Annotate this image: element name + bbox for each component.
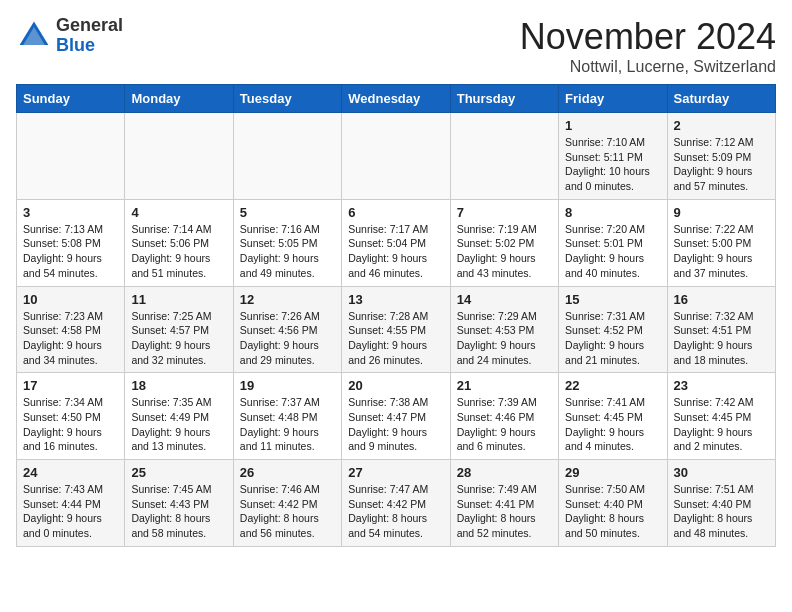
calendar-cell: 10Sunrise: 7:23 AM Sunset: 4:58 PM Dayli… bbox=[17, 286, 125, 373]
day-info: Sunrise: 7:37 AM Sunset: 4:48 PM Dayligh… bbox=[240, 395, 335, 454]
day-info: Sunrise: 7:25 AM Sunset: 4:57 PM Dayligh… bbox=[131, 309, 226, 368]
day-number: 7 bbox=[457, 205, 552, 220]
month-title: November 2024 bbox=[520, 16, 776, 58]
calendar-week-row: 1Sunrise: 7:10 AM Sunset: 5:11 PM Daylig… bbox=[17, 113, 776, 200]
day-info: Sunrise: 7:14 AM Sunset: 5:06 PM Dayligh… bbox=[131, 222, 226, 281]
day-number: 17 bbox=[23, 378, 118, 393]
day-info: Sunrise: 7:26 AM Sunset: 4:56 PM Dayligh… bbox=[240, 309, 335, 368]
calendar-cell: 11Sunrise: 7:25 AM Sunset: 4:57 PM Dayli… bbox=[125, 286, 233, 373]
day-info: Sunrise: 7:35 AM Sunset: 4:49 PM Dayligh… bbox=[131, 395, 226, 454]
day-number: 25 bbox=[131, 465, 226, 480]
calendar-cell: 12Sunrise: 7:26 AM Sunset: 4:56 PM Dayli… bbox=[233, 286, 341, 373]
calendar-cell: 14Sunrise: 7:29 AM Sunset: 4:53 PM Dayli… bbox=[450, 286, 558, 373]
day-info: Sunrise: 7:41 AM Sunset: 4:45 PM Dayligh… bbox=[565, 395, 660, 454]
day-number: 24 bbox=[23, 465, 118, 480]
day-info: Sunrise: 7:20 AM Sunset: 5:01 PM Dayligh… bbox=[565, 222, 660, 281]
day-number: 10 bbox=[23, 292, 118, 307]
calendar-cell: 26Sunrise: 7:46 AM Sunset: 4:42 PM Dayli… bbox=[233, 460, 341, 547]
calendar-header-row: SundayMondayTuesdayWednesdayThursdayFrid… bbox=[17, 85, 776, 113]
day-info: Sunrise: 7:10 AM Sunset: 5:11 PM Dayligh… bbox=[565, 135, 660, 194]
day-number: 21 bbox=[457, 378, 552, 393]
calendar-week-row: 10Sunrise: 7:23 AM Sunset: 4:58 PM Dayli… bbox=[17, 286, 776, 373]
day-info: Sunrise: 7:42 AM Sunset: 4:45 PM Dayligh… bbox=[674, 395, 769, 454]
calendar-table: SundayMondayTuesdayWednesdayThursdayFrid… bbox=[16, 84, 776, 547]
day-of-week-header: Sunday bbox=[17, 85, 125, 113]
day-number: 23 bbox=[674, 378, 769, 393]
calendar-cell: 28Sunrise: 7:49 AM Sunset: 4:41 PM Dayli… bbox=[450, 460, 558, 547]
calendar-cell bbox=[125, 113, 233, 200]
day-number: 8 bbox=[565, 205, 660, 220]
day-info: Sunrise: 7:47 AM Sunset: 4:42 PM Dayligh… bbox=[348, 482, 443, 541]
day-info: Sunrise: 7:34 AM Sunset: 4:50 PM Dayligh… bbox=[23, 395, 118, 454]
calendar-cell: 3Sunrise: 7:13 AM Sunset: 5:08 PM Daylig… bbox=[17, 199, 125, 286]
day-info: Sunrise: 7:38 AM Sunset: 4:47 PM Dayligh… bbox=[348, 395, 443, 454]
calendar-cell bbox=[342, 113, 450, 200]
day-info: Sunrise: 7:29 AM Sunset: 4:53 PM Dayligh… bbox=[457, 309, 552, 368]
day-info: Sunrise: 7:46 AM Sunset: 4:42 PM Dayligh… bbox=[240, 482, 335, 541]
calendar-cell: 1Sunrise: 7:10 AM Sunset: 5:11 PM Daylig… bbox=[559, 113, 667, 200]
calendar-cell: 15Sunrise: 7:31 AM Sunset: 4:52 PM Dayli… bbox=[559, 286, 667, 373]
day-info: Sunrise: 7:16 AM Sunset: 5:05 PM Dayligh… bbox=[240, 222, 335, 281]
calendar-cell: 4Sunrise: 7:14 AM Sunset: 5:06 PM Daylig… bbox=[125, 199, 233, 286]
day-info: Sunrise: 7:51 AM Sunset: 4:40 PM Dayligh… bbox=[674, 482, 769, 541]
calendar-cell: 25Sunrise: 7:45 AM Sunset: 4:43 PM Dayli… bbox=[125, 460, 233, 547]
day-number: 22 bbox=[565, 378, 660, 393]
day-number: 28 bbox=[457, 465, 552, 480]
day-of-week-header: Friday bbox=[559, 85, 667, 113]
day-of-week-header: Monday bbox=[125, 85, 233, 113]
day-number: 13 bbox=[348, 292, 443, 307]
title-block: November 2024 Nottwil, Lucerne, Switzerl… bbox=[520, 16, 776, 76]
day-number: 12 bbox=[240, 292, 335, 307]
calendar-week-row: 17Sunrise: 7:34 AM Sunset: 4:50 PM Dayli… bbox=[17, 373, 776, 460]
day-number: 20 bbox=[348, 378, 443, 393]
day-info: Sunrise: 7:39 AM Sunset: 4:46 PM Dayligh… bbox=[457, 395, 552, 454]
calendar-week-row: 24Sunrise: 7:43 AM Sunset: 4:44 PM Dayli… bbox=[17, 460, 776, 547]
calendar-cell: 22Sunrise: 7:41 AM Sunset: 4:45 PM Dayli… bbox=[559, 373, 667, 460]
calendar-cell: 27Sunrise: 7:47 AM Sunset: 4:42 PM Dayli… bbox=[342, 460, 450, 547]
logo-icon bbox=[16, 18, 52, 54]
day-info: Sunrise: 7:28 AM Sunset: 4:55 PM Dayligh… bbox=[348, 309, 443, 368]
calendar-cell: 13Sunrise: 7:28 AM Sunset: 4:55 PM Dayli… bbox=[342, 286, 450, 373]
day-info: Sunrise: 7:13 AM Sunset: 5:08 PM Dayligh… bbox=[23, 222, 118, 281]
day-of-week-header: Saturday bbox=[667, 85, 775, 113]
day-info: Sunrise: 7:23 AM Sunset: 4:58 PM Dayligh… bbox=[23, 309, 118, 368]
day-info: Sunrise: 7:19 AM Sunset: 5:02 PM Dayligh… bbox=[457, 222, 552, 281]
calendar-cell: 24Sunrise: 7:43 AM Sunset: 4:44 PM Dayli… bbox=[17, 460, 125, 547]
calendar-cell: 29Sunrise: 7:50 AM Sunset: 4:40 PM Dayli… bbox=[559, 460, 667, 547]
day-number: 26 bbox=[240, 465, 335, 480]
day-number: 5 bbox=[240, 205, 335, 220]
calendar-cell: 21Sunrise: 7:39 AM Sunset: 4:46 PM Dayli… bbox=[450, 373, 558, 460]
calendar-cell: 7Sunrise: 7:19 AM Sunset: 5:02 PM Daylig… bbox=[450, 199, 558, 286]
day-number: 19 bbox=[240, 378, 335, 393]
logo-text: General Blue bbox=[56, 16, 123, 56]
page-header: General Blue November 2024 Nottwil, Luce… bbox=[16, 16, 776, 76]
day-number: 30 bbox=[674, 465, 769, 480]
calendar-cell: 18Sunrise: 7:35 AM Sunset: 4:49 PM Dayli… bbox=[125, 373, 233, 460]
calendar-cell bbox=[17, 113, 125, 200]
day-info: Sunrise: 7:17 AM Sunset: 5:04 PM Dayligh… bbox=[348, 222, 443, 281]
logo: General Blue bbox=[16, 16, 123, 56]
day-info: Sunrise: 7:50 AM Sunset: 4:40 PM Dayligh… bbox=[565, 482, 660, 541]
day-number: 29 bbox=[565, 465, 660, 480]
day-number: 4 bbox=[131, 205, 226, 220]
day-number: 16 bbox=[674, 292, 769, 307]
calendar-cell: 16Sunrise: 7:32 AM Sunset: 4:51 PM Dayli… bbox=[667, 286, 775, 373]
day-info: Sunrise: 7:49 AM Sunset: 4:41 PM Dayligh… bbox=[457, 482, 552, 541]
calendar-cell: 6Sunrise: 7:17 AM Sunset: 5:04 PM Daylig… bbox=[342, 199, 450, 286]
calendar-cell: 5Sunrise: 7:16 AM Sunset: 5:05 PM Daylig… bbox=[233, 199, 341, 286]
day-of-week-header: Thursday bbox=[450, 85, 558, 113]
calendar-cell: 9Sunrise: 7:22 AM Sunset: 5:00 PM Daylig… bbox=[667, 199, 775, 286]
calendar-cell bbox=[233, 113, 341, 200]
day-number: 15 bbox=[565, 292, 660, 307]
day-info: Sunrise: 7:22 AM Sunset: 5:00 PM Dayligh… bbox=[674, 222, 769, 281]
calendar-cell: 8Sunrise: 7:20 AM Sunset: 5:01 PM Daylig… bbox=[559, 199, 667, 286]
day-number: 3 bbox=[23, 205, 118, 220]
day-info: Sunrise: 7:43 AM Sunset: 4:44 PM Dayligh… bbox=[23, 482, 118, 541]
day-number: 18 bbox=[131, 378, 226, 393]
calendar-cell: 20Sunrise: 7:38 AM Sunset: 4:47 PM Dayli… bbox=[342, 373, 450, 460]
day-info: Sunrise: 7:45 AM Sunset: 4:43 PM Dayligh… bbox=[131, 482, 226, 541]
day-number: 11 bbox=[131, 292, 226, 307]
day-of-week-header: Tuesday bbox=[233, 85, 341, 113]
day-number: 6 bbox=[348, 205, 443, 220]
day-info: Sunrise: 7:31 AM Sunset: 4:52 PM Dayligh… bbox=[565, 309, 660, 368]
